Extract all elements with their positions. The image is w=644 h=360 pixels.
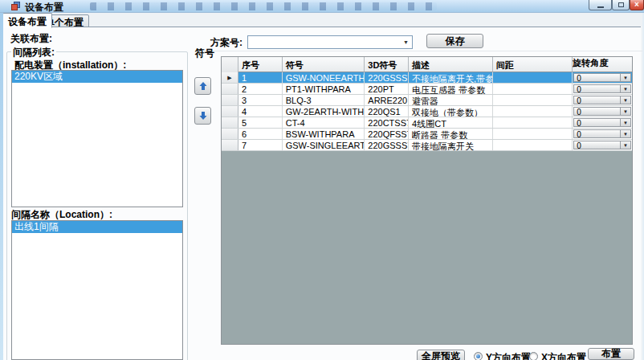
grid-cell[interactable]: 带接地隔离开关 [409, 140, 493, 150]
row-selector[interactable] [222, 117, 238, 128]
grid-cell[interactable] [493, 84, 573, 94]
rotation-cell[interactable]: 0▼ [573, 129, 632, 139]
rotation-cell[interactable]: 0▼ [573, 95, 632, 105]
grid-cell[interactable]: BLQ-3 [283, 95, 365, 105]
chevron-down-icon[interactable]: ▼ [620, 85, 630, 92]
row-selector[interactable] [222, 129, 238, 139]
layout-button[interactable]: 布置 [588, 348, 634, 360]
grid-cell[interactable]: 220CTSS7 [365, 117, 409, 128]
chevron-down-icon[interactable]: ▼ [620, 119, 630, 126]
grid-cell[interactable]: 不接地隔离开关,带参数 [409, 72, 493, 83]
radio-y-label[interactable]: Y方向布置 [486, 351, 531, 360]
grid-cell[interactable]: BSW-WITHPARA [283, 129, 365, 139]
save-button[interactable]: 保存 [426, 34, 483, 48]
rotation-cell[interactable]: 0▼ [573, 84, 632, 94]
rotation-combobox[interactable]: 0▼ [573, 107, 631, 116]
grid-cell[interactable]: 避雷器 [409, 95, 493, 105]
table-row[interactable]: 3BLQ-3ARRE220避雷器0▼ [222, 95, 632, 106]
column-header[interactable]: 旋转角度 [573, 57, 632, 72]
radio-x-direction[interactable] [529, 352, 538, 360]
rotation-cell[interactable]: 0▼ [573, 106, 632, 117]
grid-cell[interactable]: 7 [238, 140, 283, 150]
chevron-down-icon[interactable]: ▼ [620, 74, 630, 81]
grid-cell[interactable]: 6 [238, 129, 283, 139]
grid-cell[interactable]: 电压互感器 带参数 [409, 84, 493, 94]
rotation-cell[interactable]: 0▼ [573, 117, 632, 128]
grid-cell[interactable]: 220QS1 [365, 106, 409, 117]
column-header[interactable]: 间距 [493, 57, 573, 72]
grid-cell[interactable]: 220GSSS73 [365, 140, 409, 150]
grid-cell[interactable]: 2 [238, 84, 283, 94]
row-selector[interactable] [222, 84, 238, 94]
move-up-button[interactable] [194, 77, 211, 95]
column-header[interactable]: 3D符号 [365, 57, 409, 72]
grid-cell[interactable]: GW-2EARTH-WITHPARA [283, 106, 365, 117]
current-row-icon[interactable]: ▶ [222, 72, 238, 83]
chevron-down-icon[interactable]: ▼ [400, 39, 412, 45]
maximize-button[interactable] [612, 0, 630, 10]
rotation-combobox[interactable]: 0▼ [573, 129, 631, 138]
row-selector[interactable] [222, 106, 238, 117]
close-button[interactable]: × [630, 0, 644, 10]
arrow-up-icon [198, 81, 208, 91]
column-header[interactable]: 描述 [409, 57, 493, 72]
rotation-value: 0 [574, 130, 620, 137]
grid-cell[interactable]: GSW-SINGLEEARTH [283, 140, 365, 150]
fullscreen-preview-button[interactable]: 全屏预览 [417, 350, 465, 360]
grid-cell[interactable] [493, 140, 573, 150]
grid-cell[interactable]: 4线圈CT [409, 117, 493, 128]
rotation-combobox[interactable]: 0▼ [573, 141, 631, 149]
grid-cell[interactable]: 220PT [365, 84, 409, 94]
row-selector[interactable] [222, 140, 238, 150]
radio-x-label[interactable]: X方向布置 [541, 351, 586, 360]
row-selector[interactable] [222, 95, 238, 105]
grid-cell[interactable]: 220GSSS72 [365, 72, 409, 83]
chevron-down-icon[interactable]: ▼ [620, 130, 630, 137]
column-header[interactable]: 符号 [283, 57, 365, 72]
background-toolbar-icons [90, 2, 437, 10]
radio-y-direction[interactable] [474, 352, 483, 360]
table-row[interactable]: 7GSW-SINGLEEARTH220GSSS73带接地隔离开关0▼ [222, 140, 632, 151]
grid-cell[interactable]: 3 [238, 95, 283, 105]
grid-cell[interactable] [493, 95, 573, 105]
grid-cell[interactable]: CT-4 [283, 117, 365, 128]
grid-cell[interactable]: ARRE220 [365, 95, 409, 105]
grid-cell[interactable] [493, 72, 573, 83]
grid-cell[interactable]: 220QFSS7 [365, 129, 409, 139]
table-row[interactable]: 2PT1-WITHPARA220PT电压互感器 带参数0▼ [222, 84, 632, 95]
table-row[interactable]: ▶1GSW-NONEEARTH-WIT...220GSSS72不接地隔离开关,带… [222, 72, 632, 84]
chevron-down-icon[interactable]: ▼ [620, 108, 630, 115]
column-header[interactable]: 序号 [238, 57, 283, 72]
rotation-combobox[interactable]: 0▼ [573, 118, 631, 127]
tab-device-layout[interactable]: 设备布置 [2, 13, 52, 28]
rotation-cell[interactable]: 0▼ [573, 72, 632, 83]
grid-cell[interactable]: 4 [238, 106, 283, 117]
chevron-down-icon[interactable]: ▼ [620, 141, 630, 149]
rotation-cell[interactable]: 0▼ [573, 140, 632, 150]
list-item[interactable]: 220KV区域 [12, 71, 182, 83]
table-row[interactable]: 5CT-4220CTSS74线圈CT0▼ [222, 117, 632, 129]
minimize-button[interactable] [589, 0, 612, 10]
grid-cell[interactable]: GSW-NONEEARTH-WIT... [283, 72, 365, 83]
scheme-number-combobox[interactable]: ▼ [247, 35, 413, 49]
grid-cell[interactable] [493, 117, 573, 128]
list-item[interactable]: 出线1间隔 [12, 221, 182, 233]
rotation-combobox[interactable]: 0▼ [573, 84, 631, 93]
grid-cell[interactable]: 断路器 带参数 [409, 129, 493, 139]
grid-cell[interactable]: PT1-WITHPARA [283, 84, 365, 94]
row-selector-header[interactable] [222, 57, 238, 72]
installation-listbox[interactable]: 220KV区域 [11, 70, 183, 207]
move-down-button[interactable] [194, 107, 211, 125]
grid-cell[interactable]: 5 [238, 117, 283, 128]
grid-cell[interactable]: 1 [238, 72, 283, 83]
rotation-combobox[interactable]: 0▼ [573, 96, 631, 104]
symbol-datagrid[interactable]: 序号符号3D符号描述间距旋转角度 ▶1GSW-NONEEARTH-WIT...2… [221, 56, 633, 345]
rotation-combobox[interactable]: 0▼ [573, 73, 631, 82]
grid-cell[interactable] [493, 106, 573, 117]
grid-cell[interactable]: 双接地（带参数） [409, 106, 493, 117]
grid-cell[interactable] [493, 129, 573, 139]
table-row[interactable]: 4GW-2EARTH-WITHPARA220QS1双接地（带参数）0▼ [222, 106, 632, 117]
table-row[interactable]: 6BSW-WITHPARA220QFSS7断路器 带参数0▼ [222, 129, 632, 140]
chevron-down-icon[interactable]: ▼ [620, 96, 630, 104]
location-listbox[interactable]: 出线1间隔 [11, 220, 183, 360]
